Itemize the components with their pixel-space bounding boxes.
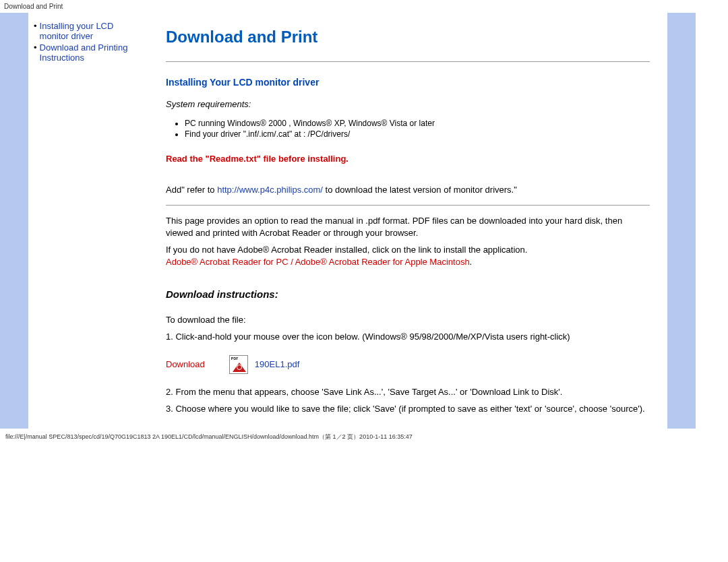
divider [166,205,650,206]
section-install-heading: Installing Your LCD monitor driver [166,77,650,88]
text-fragment: Add" refer to [166,185,217,195]
footer-file-path: file:///E|/manual SPEC/813/spec/cd/19/Q7… [0,429,728,445]
step-2: 2. From the menu that appears, choose 'S… [166,386,650,398]
text-fragment: If you do not have Adobe® Acrobat Reader… [166,245,527,255]
main-content: Download and Print Installing Your LCD m… [148,13,667,429]
to-download-line: To download the file: [166,314,650,326]
requirements-list: PC running Windows® 2000 , Windows® XP, … [185,119,650,139]
pdf-file-link[interactable]: 190EL1.pdf [255,359,300,369]
text-fragment: / [289,257,295,267]
readme-warning: Read the "Readme.txt" file before instal… [166,154,650,164]
page-body: • Installing your LCD monitor driver • D… [0,13,728,429]
acrobat-pc-link[interactable]: Adobe® Acrobat Reader for PC [166,257,289,267]
bullet-icon: • [34,21,37,31]
page-title: Download and Print [166,28,650,46]
left-margin-bar [0,13,28,429]
download-label: Download [166,359,205,369]
pdf-icon[interactable] [229,355,248,374]
list-item: Find your driver ".inf/.icm/.cat" at : /… [185,129,650,139]
window-title: Download and Print [0,0,728,13]
acrobat-mac-link[interactable]: Adobe® Acrobat Reader for Apple Macintos… [295,257,470,267]
download-row: Download 190EL1.pdf [166,355,650,374]
right-margin-bar [667,13,696,429]
bullet-icon: • [34,42,37,53]
sidebar-item-install-driver[interactable]: • Installing your LCD monitor driver [34,21,142,41]
sidebar-nav: • Installing your LCD monitor driver • D… [28,13,148,429]
acrobat-paragraph: If you do not have Adobe® Acrobat Reader… [166,244,650,268]
list-item: PC running Windows® 2000 , Windows® XP, … [185,119,650,128]
system-requirements-label: System requirements: [166,98,650,111]
step-1: 1. Click-and-hold your mouse over the ic… [166,331,650,343]
text-fragment: to download the latest version of monito… [323,185,517,195]
sidebar-item-download-print[interactable]: • Download and Printing Instructions [34,42,142,63]
sidebar-link-install[interactable]: Installing your LCD monitor driver [40,21,142,41]
pdf-intro-paragraph: This page provides an option to read the… [166,215,650,239]
add-refer-paragraph: Add" refer to http://www.p4c.philips.com… [166,184,650,196]
philips-link[interactable]: http://www.p4c.philips.com/ [217,185,323,195]
divider [166,61,650,62]
text-fragment: . [470,257,473,267]
step-3: 3. Choose where you would like to save t… [166,403,650,415]
sidebar-link-download[interactable]: Download and Printing Instructions [40,42,142,63]
download-instructions-heading: Download instructions: [166,288,650,301]
